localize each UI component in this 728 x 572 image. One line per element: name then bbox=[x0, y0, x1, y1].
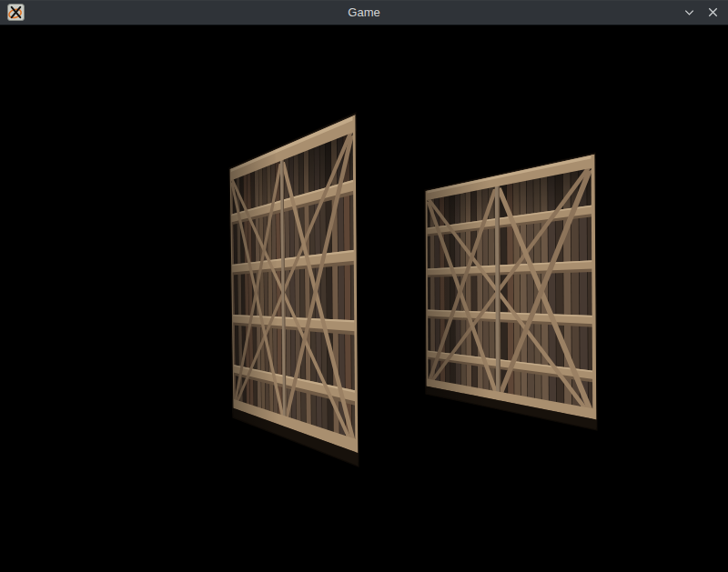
xorg-icon[interactable] bbox=[6, 4, 25, 22]
game-viewport[interactable] bbox=[0, 25, 728, 572]
window-title: Game bbox=[0, 5, 728, 19]
chevron-down-icon bbox=[682, 5, 696, 19]
shade-button[interactable] bbox=[679, 3, 699, 23]
game-window: Game bbox=[0, 0, 728, 572]
wooden-crate-left bbox=[229, 113, 359, 467]
close-icon bbox=[706, 5, 720, 19]
close-button[interactable] bbox=[703, 3, 723, 23]
window-controls bbox=[679, 3, 728, 23]
xorg-icon-svg bbox=[7, 4, 25, 21]
scene-canvas bbox=[0, 25, 728, 572]
titlebar[interactable]: Game bbox=[0, 0, 728, 25]
wooden-crate-right bbox=[425, 153, 597, 430]
